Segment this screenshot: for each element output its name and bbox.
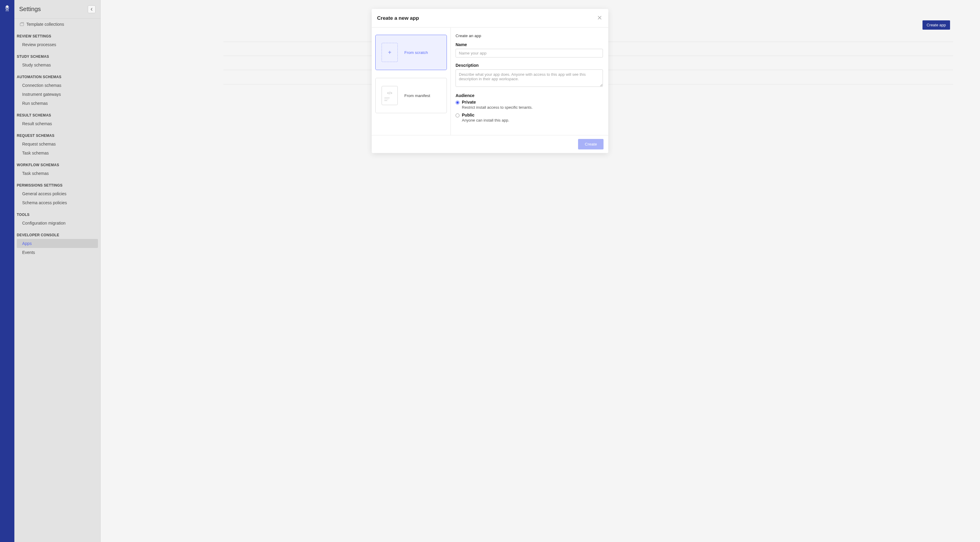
app-description-input[interactable] bbox=[455, 70, 603, 87]
template-options: + From scratch </> bbox=[372, 27, 451, 135]
manifest-icon: </> bbox=[382, 86, 398, 105]
public-hint: Anyone can install this app. bbox=[462, 118, 509, 122]
option-from-manifest[interactable]: </> From manifest bbox=[375, 78, 447, 113]
app-form: Create an app Name Description Audience bbox=[451, 27, 608, 135]
option-label: From manifest bbox=[404, 94, 430, 98]
private-label: Private bbox=[462, 100, 533, 105]
public-radio[interactable] bbox=[455, 113, 460, 118]
scratch-icon: + bbox=[382, 43, 398, 62]
public-label: Public bbox=[462, 113, 509, 118]
modal-body: + From scratch </> bbox=[372, 27, 608, 135]
private-hint: Restrict install access to specific tena… bbox=[462, 105, 533, 110]
description-label: Description bbox=[455, 63, 603, 68]
audience-public-option[interactable]: Public Anyone can install this app. bbox=[455, 113, 603, 122]
app-name-input[interactable] bbox=[455, 49, 603, 57]
create-app-modal: Create a new app + From scratch bbox=[372, 9, 608, 153]
audience-radio-group: Private Restrict install access to speci… bbox=[455, 100, 603, 122]
private-radio[interactable] bbox=[455, 101, 460, 105]
audience-label: Audience bbox=[455, 93, 603, 98]
modal-title: Create a new app bbox=[377, 15, 419, 21]
name-label: Name bbox=[455, 42, 603, 47]
option-from-scratch[interactable]: + From scratch bbox=[375, 35, 447, 70]
modal-footer: Create bbox=[372, 135, 608, 153]
audience-private-option[interactable]: Private Restrict install access to speci… bbox=[455, 100, 603, 110]
option-label: From scratch bbox=[404, 50, 428, 55]
modal-close-button[interactable] bbox=[596, 14, 603, 22]
modal-backdrop[interactable]: Create a new app + From scratch bbox=[0, 0, 980, 542]
form-section-title: Create an app bbox=[455, 33, 603, 38]
close-icon bbox=[598, 16, 602, 20]
modal-header: Create a new app bbox=[372, 9, 608, 27]
create-button[interactable]: Create bbox=[578, 139, 603, 149]
